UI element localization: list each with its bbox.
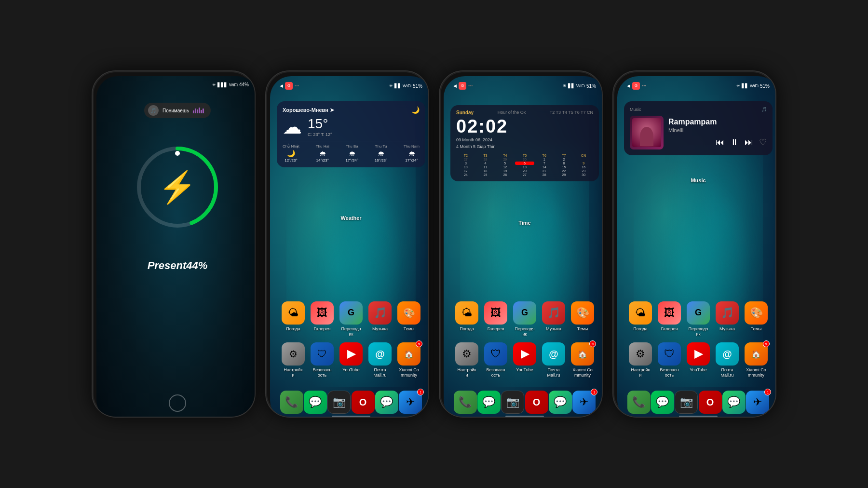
youtube-app-label: YouTube [342,367,359,373]
app-gallery-3[interactable]: 🖼 Галерея [483,301,508,337]
security-app-icon[interactable]: 🛡 [311,342,334,366]
dock-telegram-3[interactable]: ✈ 1 [572,391,596,414]
app-mail[interactable]: @ ПочтаMail.ru [367,342,393,378]
app-gallery[interactable]: 🖼 Галерея [310,301,335,337]
phone-3: ◀ G ••• ✳ ▋▋ WiFi 51% Sunday Hour of the… [439,70,603,418]
weather-app-icon[interactable]: 🌤 [282,301,305,325]
app-settings[interactable]: ⚙ Настройки [281,342,306,378]
app-themes-3[interactable]: 🎨 Темы [570,301,595,337]
signal-icon-2: ▋▋ [394,83,401,88]
time-date1: 09 Month 06, 2024 [456,137,593,142]
dock-telegram-4[interactable]: ✈ 1 [746,391,769,414]
app-weather-4[interactable]: 🌤 Погода [628,301,653,337]
app-weather[interactable]: 🌤 Погода [281,301,306,337]
calendar-grid: T2 T3 T4 T5 T6 T7 CN 27 28 29 30 1 2 - 3… [456,154,593,176]
time-cols-label: T2 T3 T4 T5 T6 T7 CN [550,110,593,115]
dock-camera[interactable]: 📷 [327,391,351,414]
weather-label: Weather [340,215,361,221]
signal-icon: ▋▋▋ [217,82,228,87]
charging-ring: ⚡ [129,139,226,235]
music-controls[interactable]: ⏮ ⏸ ⏭ ♡ [668,137,767,148]
app-music-3[interactable]: 🎵 Музыка [541,301,566,337]
weather-forecast: Chủ Nhật 🌙 12°/23° Thu Hai 🌧 14°/23° Thu… [283,141,420,163]
app-mail-4[interactable]: @ ПочтаMail.ru [715,342,740,378]
like-button[interactable]: ♡ [759,137,767,148]
youtube-app-icon[interactable]: ▶ [339,342,363,366]
app-settings-4[interactable]: ⚙ Настройки [628,342,653,378]
time-label: Time [518,220,530,226]
app-themes[interactable]: 🎨 Темы [396,301,421,337]
moon-icon: 🌙 [411,106,420,114]
wifi-icon-2: WiFi [403,83,411,88]
music-main: Rampampam Minelli ⏮ ⏸ ⏭ ♡ [630,116,767,149]
next-button[interactable]: ⏭ [745,137,753,148]
time-date2: 4 Month 5 Giap Thin [456,144,593,149]
app-security-4[interactable]: 🛡 Безопасность [657,342,682,378]
dock-phone-3[interactable]: 📞 [454,391,477,414]
app-gallery-4[interactable]: 🖼 Галерея [657,301,682,337]
app-themes-4[interactable]: 🎨 Темы [744,301,769,337]
dock-whatsapp-3[interactable]: 💬 [549,391,572,414]
weather-widget: Хорошево-Мневн ➤ 🌙 ☁ 15° C: 23° T: 12° C… [277,101,425,167]
dock-whatsapp-4[interactable]: 💬 [722,391,746,414]
app-row-2: ⚙ Настройки 🛡 Безопасность ▶ YouTube @ П… [280,342,422,378]
app-xiaomi[interactable]: 🏠 9 Xiaomi Community [396,342,421,378]
phone-4: ◀ G ••• ✳ ▋▋ WiFi 51% Music 🎵 [612,70,776,418]
dock-opera-3[interactable]: O [525,391,548,414]
dock-messages-4[interactable]: 💬 [651,391,674,414]
app-settings-3[interactable]: ⚙ Настройки [454,342,479,378]
left-arrow-icon-3: ◀ [453,83,457,88]
dock-opera[interactable]: O [352,391,375,414]
battery-level: 44% [239,82,249,87]
xiaomi-app-icon[interactable]: 🏠 9 [397,342,420,366]
mail-app-icon[interactable]: @ [368,342,392,366]
security-app-label: Безопасность [312,367,331,378]
app-translate-3[interactable]: G Переводчик [512,301,537,337]
app-row-3-2: ⚙ Настройки 🛡 Безопасность ▶ YouTube @ П… [453,342,596,378]
settings-app-icon[interactable]: ⚙ [282,342,305,366]
time-widget: Sunday Hour of the Ox T2 T3 T4 T5 T6 T7 … [450,105,599,181]
xiaomi-badge-4: 9 [763,340,770,347]
app-youtube-4[interactable]: ▶ YouTube [686,342,711,378]
app-music-4[interactable]: 🎵 Музыка [715,301,740,337]
translate-app-icon[interactable]: G [339,301,363,325]
app-grid-3: 🌤 Погода 🖼 Галерея G Переводчик 🎵 Музыка… [444,301,603,378]
app-translate[interactable]: G Переводчик [339,301,364,337]
themes-app-icon[interactable]: 🎨 [397,301,420,325]
themes-app-label: Темы [404,326,415,332]
app-youtube[interactable]: ▶ YouTube [339,342,364,378]
app-weather-3[interactable]: 🌤 Погода [454,301,479,337]
dock-phone-4[interactable]: 📞 [627,391,651,414]
home-button[interactable] [169,394,186,412]
dock-messages-3[interactable]: 💬 [477,391,501,414]
dock-opera-4[interactable]: O [699,391,722,414]
app-security[interactable]: 🛡 Безопасность [310,342,335,378]
music-app-icon[interactable]: 🎵 [368,301,392,325]
app-security-3[interactable]: 🛡 Безопасность [483,342,508,378]
app-mail-3[interactable]: @ ПочтаMail.ru [541,342,566,378]
dock-camera-4[interactable]: 📷 [675,391,698,414]
music-info: Rampampam Minelli ⏮ ⏸ ⏭ ♡ [668,118,767,148]
dock-phone[interactable]: 📞 [280,391,303,414]
notif-text: Понимаешь [163,108,189,113]
app-music[interactable]: 🎵 Музыка [367,301,393,337]
app-xiaomi-3[interactable]: 🏠 9 Xiaomi Community [570,342,595,378]
app-translate-4[interactable]: G Переводчик [686,301,711,337]
pause-button[interactable]: ⏸ [730,137,739,148]
dock-telegram[interactable]: ✈ 1 [399,391,422,414]
music-widget-header: Music 🎵 [630,107,767,112]
app-xiaomi-4[interactable]: 🏠 9 Xiaomi Community [744,342,769,378]
dock-messages[interactable]: 💬 [304,391,327,414]
dock-3: 📞 💬 📷 O 💬 ✈ 1 [453,391,596,414]
notification-pill: 🎵 Понимаешь [144,103,211,118]
telegram-badge-4: 1 [764,389,771,395]
phone-2: ◀ G ••• ✳ ▋▋ WiFi 51% Хорошево-Мневн ➤ 🌙… [265,70,429,418]
dock-camera-3[interactable]: 📷 [501,391,524,414]
dock-whatsapp[interactable]: 💬 [375,391,398,414]
gallery-app-icon[interactable]: 🖼 [311,301,334,325]
app-youtube-3[interactable]: ▶ YouTube [512,342,537,378]
prev-button[interactable]: ⏮ [716,137,724,148]
gallery-app-label: Галерея [314,326,331,332]
music-widget: Music 🎵 Rampampam Minelli ⏮ ⏸ [624,101,773,155]
music-title: Rampampam [668,118,767,126]
